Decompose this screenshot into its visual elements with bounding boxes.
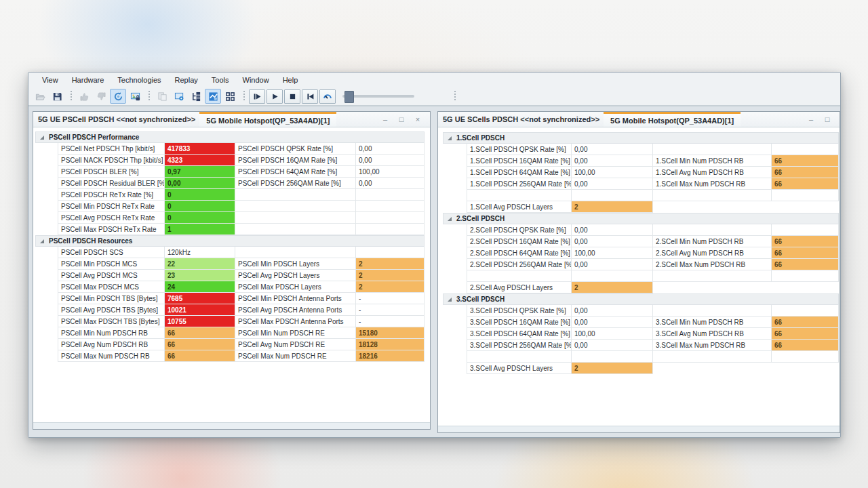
section-header-scell2[interactable]: 2.SCell PDSCH bbox=[443, 213, 839, 224]
param-label: 2.SCell PDSCH QPSK Rate [%] bbox=[467, 224, 572, 236]
table-row[interactable] bbox=[443, 351, 839, 363]
image-settings-icon[interactable] bbox=[171, 89, 187, 104]
param-label: 2.SCell PDSCH 256QAM Rate [%] bbox=[467, 259, 572, 270]
param-label bbox=[235, 201, 356, 212]
copy-view-icon[interactable] bbox=[154, 89, 170, 104]
panel-title-bar[interactable]: 5G UE PSCell PDSCH <<not synchronized>> … bbox=[33, 112, 430, 127]
table-row[interactable]: 3.SCell PDSCH 64QAM Rate [%] 100,00 3.SC… bbox=[443, 328, 839, 340]
grid-layout-icon[interactable] bbox=[222, 89, 238, 104]
menu-item[interactable]: View bbox=[35, 74, 65, 86]
minimize-button[interactable]: – bbox=[377, 115, 393, 123]
menu-item[interactable]: Help bbox=[276, 74, 305, 86]
param-value: 100,00 bbox=[356, 166, 425, 178]
table-row[interactable]: 3.SCell PDSCH QPSK Rate [%] 0,00 bbox=[443, 305, 839, 317]
table-row[interactable]: PSCell Avg PDSCH MCS 23 PSCell Avg PDSCH… bbox=[35, 270, 425, 281]
open-file-icon[interactable] bbox=[32, 89, 48, 104]
param-value: 100,00 bbox=[572, 328, 653, 340]
table-row[interactable]: 2.SCell PDSCH 64QAM Rate [%] 100,00 2.SC… bbox=[443, 247, 839, 259]
table-row[interactable]: 2.SCell Avg PDSCH Layers 2 bbox=[443, 282, 839, 293]
device-tab[interactable]: 5G Mobile Hotspot(QP_53A4AD)[1] bbox=[199, 112, 336, 127]
menu-item[interactable]: Hardware bbox=[65, 74, 111, 86]
close-button[interactable]: × bbox=[410, 115, 426, 123]
table-row[interactable] bbox=[443, 270, 839, 282]
table-row[interactable]: PSCell NACK PDSCH Thp [kbit/s] 4323 PSCe… bbox=[35, 155, 425, 166]
play-icon[interactable] bbox=[267, 89, 283, 104]
table-row[interactable]: PSCell PDSCH BLER [%] 0,97 PSCell PDSCH … bbox=[35, 166, 425, 178]
toolbar-separator bbox=[70, 91, 72, 102]
panel-title-bar[interactable]: 5G UE SCells PDSCH <<not synchronized>> … bbox=[438, 112, 840, 127]
table-row[interactable]: 1.SCell PDSCH QPSK Rate [%] 0,00 bbox=[443, 144, 839, 155]
table-row[interactable]: PSCell PDSCH Residual BLER [%] 0,00 PSCe… bbox=[35, 178, 425, 189]
table-row[interactable]: PSCell PDSCH SCS 120kHz bbox=[35, 247, 425, 258]
param-label: 1.SCell PDSCH 256QAM Rate [%] bbox=[467, 178, 572, 190]
workspace-icon[interactable] bbox=[205, 89, 221, 104]
table-row[interactable]: 3.SCell Avg PDSCH Layers 2 bbox=[443, 363, 839, 374]
section-title: 3.SCell PDSCH bbox=[456, 296, 505, 303]
section-header-performance[interactable]: PSCell PDSCH Performance bbox=[35, 131, 425, 143]
table-row[interactable]: PSCell Max PDSCH MCS 24 PSCell Max PDSCH… bbox=[35, 281, 425, 293]
sync-views-icon[interactable] bbox=[110, 89, 126, 104]
replay-position-slider[interactable] bbox=[342, 90, 414, 102]
thumbs-down-icon[interactable] bbox=[93, 89, 109, 104]
table-row[interactable]: PSCell Max Num PDSCH RB 66 PSCell Max Nu… bbox=[35, 350, 425, 362]
param-value: 0,00 bbox=[572, 340, 653, 351]
section-header-scell3[interactable]: 3.SCell PDSCH bbox=[443, 293, 839, 305]
image-lock-icon[interactable] bbox=[127, 89, 143, 104]
tree-view-icon[interactable] bbox=[188, 89, 204, 104]
thumbs-up-icon[interactable] bbox=[76, 89, 92, 104]
skip-to-start-icon[interactable] bbox=[302, 89, 318, 104]
menu-item[interactable]: Window bbox=[236, 74, 276, 86]
param-value: 66 bbox=[165, 339, 235, 350]
device-tab[interactable]: 5G Mobile Hotspot(QP_53A4AD)[1] bbox=[604, 112, 741, 127]
table-row[interactable]: 3.SCell PDSCH 256QAM Rate [%] 0,00 3.SCe… bbox=[443, 340, 839, 351]
minimize-button[interactable]: – bbox=[803, 115, 819, 123]
toolbar-separator bbox=[454, 91, 456, 102]
step-forward-icon[interactable] bbox=[249, 89, 265, 104]
table-row[interactable]: PSCell Net PDSCH Thp [kbit/s] 417833 PSC… bbox=[35, 143, 425, 155]
table-row[interactable]: 2.SCell PDSCH 16QAM Rate [%] 0,00 2.SCel… bbox=[443, 236, 839, 247]
table-row[interactable]: PSCell Avg PDSCH TBS [Bytes] 10021 PSCel… bbox=[35, 304, 425, 316]
param-label: PSCell Min PDSCH Antenna Ports bbox=[235, 293, 356, 304]
param-label: 2.SCell Avg Num PDSCH RB bbox=[653, 247, 772, 259]
table-row[interactable]: PSCell Min PDSCH ReTx Rate 0 bbox=[35, 201, 425, 212]
table-row[interactable]: PSCell Min PDSCH TBS [Bytes] 7685 PSCell… bbox=[35, 293, 425, 304]
save-icon[interactable] bbox=[49, 89, 65, 104]
param-value: 7685 bbox=[165, 293, 235, 304]
param-label: PSCell Avg PDSCH MCS bbox=[58, 270, 165, 281]
table-row[interactable]: PSCell Max PDSCH ReTx Rate 1 bbox=[35, 224, 425, 235]
menu-item[interactable]: Tools bbox=[205, 74, 236, 86]
section-header-resources[interactable]: PSCell PDSCH Resources bbox=[35, 235, 425, 247]
table-row[interactable]: PSCell Avg Num PDSCH RB 66 PSCell Avg Nu… bbox=[35, 339, 425, 350]
param-label bbox=[235, 224, 356, 235]
maximize-button[interactable]: □ bbox=[819, 115, 835, 123]
stop-icon[interactable] bbox=[284, 89, 300, 104]
param-label: 1.SCell Avg Num PDSCH RB bbox=[653, 167, 772, 178]
table-row[interactable]: 2.SCell PDSCH 256QAM Rate [%] 0,00 2.SCe… bbox=[443, 259, 839, 270]
table-row[interactable]: 2.SCell PDSCH QPSK Rate [%] 0,00 bbox=[443, 224, 839, 236]
param-value: 0,97 bbox=[165, 166, 235, 178]
table-row[interactable]: PSCell Avg PDSCH ReTx Rate 0 bbox=[35, 212, 425, 224]
table-row[interactable]: PSCell Min Num PDSCH RB 66 PSCell Min Nu… bbox=[35, 327, 425, 339]
menu-item[interactable]: Technologies bbox=[111, 74, 167, 86]
table-row[interactable]: 1.SCell PDSCH 16QAM Rate [%] 0,00 1.SCel… bbox=[443, 155, 839, 167]
table-row[interactable]: 1.SCell Avg PDSCH Layers 2 bbox=[443, 201, 839, 213]
param-value: 0,00 bbox=[356, 178, 425, 189]
table-row[interactable]: 1.SCell PDSCH 64QAM Rate [%] 100,00 1.SC… bbox=[443, 167, 839, 178]
menu-item[interactable]: Replay bbox=[168, 74, 205, 86]
table-row[interactable]: 3.SCell PDSCH 16QAM Rate [%] 0,00 3.SCel… bbox=[443, 317, 839, 328]
table-row[interactable]: 1.SCell PDSCH 256QAM Rate [%] 0,00 1.SCe… bbox=[443, 178, 839, 190]
table-row[interactable]: PSCell PDSCH ReTx Rate [%] 0 bbox=[35, 189, 425, 201]
table-row[interactable]: PSCell Max PDSCH TBS [Bytes] 10755 PSCel… bbox=[35, 316, 425, 327]
maximize-button[interactable]: □ bbox=[393, 115, 410, 123]
slider-handle[interactable] bbox=[344, 91, 354, 103]
param-label: PSCell Avg PDSCH ReTx Rate bbox=[58, 212, 165, 224]
param-label: 1.SCell PDSCH 64QAM Rate [%] bbox=[467, 167, 572, 178]
table-row[interactable] bbox=[443, 190, 839, 201]
replay-speed-icon[interactable] bbox=[319, 89, 336, 104]
param-value bbox=[356, 189, 425, 201]
param-value: 66 bbox=[772, 317, 839, 328]
param-value: 0,00 bbox=[572, 259, 653, 270]
section-header-scell1[interactable]: 1.SCell PDSCH bbox=[443, 132, 839, 144]
param-label bbox=[653, 144, 772, 155]
table-row[interactable]: PSCell Min PDSCH MCS 22 PSCell Min PDSCH… bbox=[35, 258, 425, 270]
